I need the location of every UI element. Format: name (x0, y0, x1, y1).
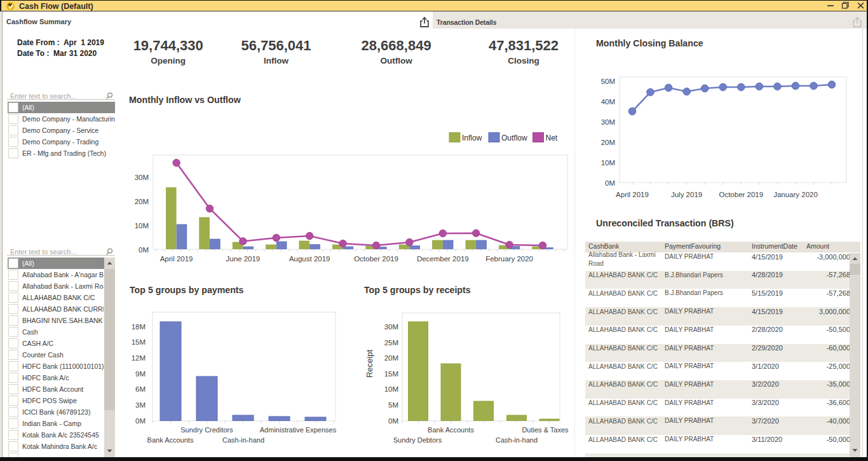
svg-text:6M: 6M (135, 385, 146, 393)
svg-text:Sundry Creditors: Sundry Creditors (180, 426, 233, 434)
svg-text:15M: 15M (384, 370, 398, 378)
svg-text:December 2019: December 2019 (417, 255, 469, 263)
svg-text:April 2019: April 2019 (160, 255, 193, 263)
svg-text:Cash-in-hand: Cash-in-hand (496, 436, 538, 444)
svg-text:10M: 10M (601, 159, 615, 167)
svg-text:Cash-in-hand: Cash-in-hand (222, 436, 264, 444)
svg-text:12M: 12M (132, 354, 146, 362)
svg-text:15M: 15M (132, 338, 146, 346)
svg-text:January 2020: January 2020 (773, 191, 818, 198)
svg-text:April 2019: April 2019 (616, 191, 649, 198)
svg-text:October 2019: October 2019 (719, 191, 763, 198)
svg-text:9M: 9M (135, 370, 146, 378)
svg-text:10M: 10M (135, 222, 149, 230)
svg-text:40M: 40M (601, 98, 615, 106)
svg-text:5M: 5M (388, 401, 398, 409)
svg-text:25M: 25M (384, 339, 398, 347)
svg-text:July 2019: July 2019 (671, 191, 702, 198)
svg-text:0M: 0M (139, 246, 149, 254)
svg-text:30M: 30M (601, 118, 615, 126)
svg-text:0M: 0M (388, 417, 398, 425)
svg-text:Inflow: Inflow (462, 134, 482, 142)
svg-text:October 2019: October 2019 (354, 255, 398, 263)
svg-text:3M: 3M (135, 401, 146, 409)
svg-text:30M: 30M (135, 174, 149, 181)
svg-text:Bank Accounts: Bank Accounts (428, 426, 474, 434)
svg-text:50M: 50M (601, 78, 615, 85)
svg-text:30M: 30M (384, 323, 398, 331)
svg-text:10M: 10M (384, 385, 398, 393)
svg-text:Outflow: Outflow (501, 134, 527, 142)
svg-text:0M: 0M (605, 179, 615, 187)
svg-text:February 2020: February 2020 (485, 255, 533, 263)
svg-text:Duties & Taxes: Duties & Taxes (522, 426, 569, 434)
svg-text:Net: Net (546, 134, 558, 142)
svg-text:Administrative Expenses: Administrative Expenses (260, 426, 337, 434)
svg-text:18M: 18M (132, 323, 146, 331)
svg-text:Receipt: Receipt (365, 350, 374, 378)
svg-text:20M: 20M (135, 198, 149, 205)
svg-text:20M: 20M (601, 139, 615, 146)
svg-text:August 2019: August 2019 (289, 255, 330, 263)
svg-text:June 2019: June 2019 (226, 255, 261, 263)
svg-text:0M: 0M (135, 417, 146, 425)
svg-text:20M: 20M (384, 354, 398, 362)
svg-text:Sundry Debtors: Sundry Debtors (393, 436, 442, 444)
svg-text:Bank Accounts: Bank Accounts (147, 436, 194, 444)
